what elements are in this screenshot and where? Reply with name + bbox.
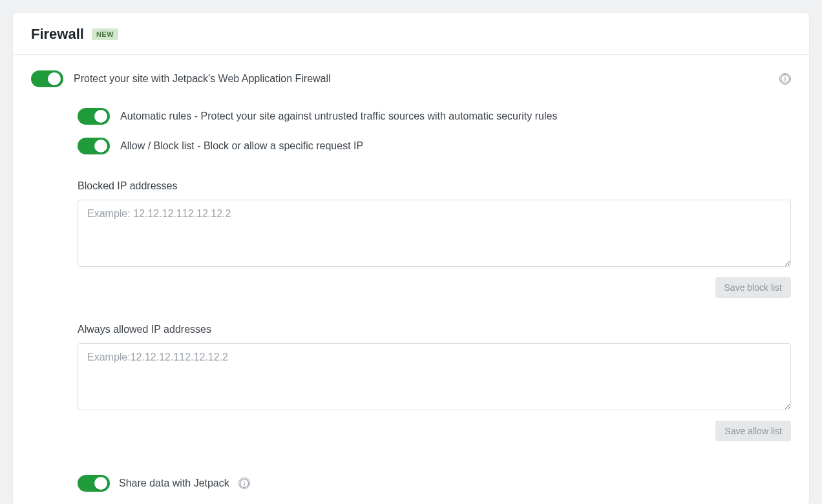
blocked-heading: Blocked IP addresses	[78, 180, 791, 192]
main-toggle-row: Protect your site with Jetpack's Web App…	[31, 70, 791, 87]
allow-block-label: Allow / Block list - Block or allow a sp…	[120, 140, 363, 152]
waf-toggle[interactable]	[31, 70, 63, 87]
info-icon[interactable]	[779, 73, 791, 85]
allowed-heading: Always allowed IP addresses	[78, 324, 791, 335]
sub-settings: Automatic rules - Protect your site agai…	[78, 108, 791, 492]
allow-block-toggle[interactable]	[78, 138, 110, 154]
save-allow-list-button[interactable]: Save allow list	[715, 421, 791, 441]
svg-point-5	[244, 481, 244, 481]
info-icon[interactable]	[238, 478, 250, 489]
toggle-knob	[94, 110, 107, 123]
card-body: Protect your site with Jetpack's Web App…	[13, 55, 809, 504]
firewall-card: Firewall NEW Protect your site with Jetp…	[13, 13, 809, 504]
waf-toggle-label: Protect your site with Jetpack's Web App…	[74, 73, 769, 85]
share-data-label: Share data with Jetpack	[119, 478, 229, 489]
page-title: Firewall	[31, 26, 84, 43]
allowed-ip-input[interactable]	[78, 343, 791, 410]
auto-rules-toggle[interactable]	[78, 108, 110, 125]
new-badge: NEW	[92, 28, 118, 40]
blocked-ip-input[interactable]	[78, 200, 791, 267]
card-header: Firewall NEW	[13, 13, 809, 55]
auto-rules-row: Automatic rules - Protect your site agai…	[78, 108, 791, 125]
share-data-toggle[interactable]	[78, 475, 110, 492]
save-block-list-button[interactable]: Save block list	[715, 277, 791, 298]
svg-point-2	[785, 76, 785, 77]
toggle-knob	[48, 72, 61, 85]
auto-rules-label: Automatic rules - Protect your site agai…	[120, 110, 557, 122]
toggle-knob	[94, 477, 107, 490]
share-data-row: Share data with Jetpack	[78, 475, 791, 492]
toggle-knob	[94, 140, 107, 152]
allowed-btn-row: Save allow list	[78, 421, 791, 441]
allow-block-row: Allow / Block list - Block or allow a sp…	[78, 138, 791, 154]
blocked-btn-row: Save block list	[78, 277, 791, 298]
